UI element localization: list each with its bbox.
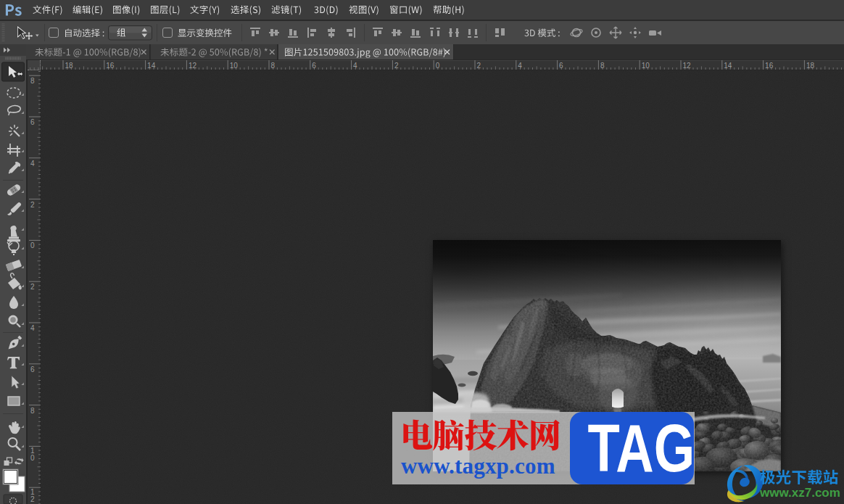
svg-text:4: 4 bbox=[30, 324, 35, 332]
svg-text:0: 0 bbox=[30, 454, 35, 462]
svg-text:14: 14 bbox=[724, 62, 732, 70]
svg-text:6: 6 bbox=[30, 365, 35, 373]
svg-text:4: 4 bbox=[518, 62, 522, 70]
svg-text:16: 16 bbox=[765, 62, 774, 70]
svg-text:2: 2 bbox=[30, 283, 35, 291]
svg-text:18: 18 bbox=[65, 62, 74, 70]
svg-text:6: 6 bbox=[312, 62, 316, 70]
svg-text:8: 8 bbox=[271, 62, 276, 70]
svg-text:0: 0 bbox=[30, 241, 35, 249]
svg-text:8: 8 bbox=[30, 77, 35, 85]
svg-text:10: 10 bbox=[230, 62, 239, 70]
svg-text:0: 0 bbox=[436, 62, 440, 70]
svg-text:12: 12 bbox=[683, 62, 692, 70]
svg-text:14: 14 bbox=[147, 62, 156, 70]
svg-text:18: 18 bbox=[806, 62, 815, 70]
svg-text:4: 4 bbox=[30, 160, 35, 168]
svg-text:8: 8 bbox=[30, 407, 35, 415]
svg-text:10: 10 bbox=[642, 62, 650, 70]
svg-text:16: 16 bbox=[106, 62, 115, 70]
svg-text:2: 2 bbox=[30, 495, 35, 503]
svg-text:2: 2 bbox=[394, 62, 399, 70]
svg-text:4: 4 bbox=[353, 62, 357, 70]
svg-text:12: 12 bbox=[189, 62, 197, 70]
svg-text:6: 6 bbox=[30, 118, 35, 126]
svg-text:2: 2 bbox=[30, 201, 35, 209]
svg-text:2: 2 bbox=[477, 62, 481, 70]
svg-text:8: 8 bbox=[600, 62, 605, 70]
svg-text:6: 6 bbox=[559, 62, 563, 70]
